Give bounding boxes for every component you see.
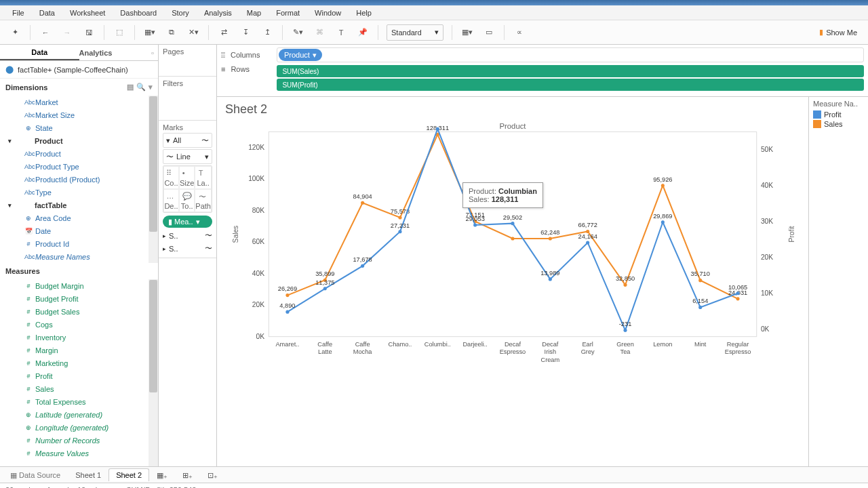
new-story-icon[interactable]: ⊡₊ [200, 468, 225, 482]
field-number-of-records[interactable]: #Number of Records [0, 434, 158, 447]
measure-names-pill[interactable]: ▮Mea..▾ [163, 216, 212, 228]
sheet-title[interactable]: Sheet 2 [225, 102, 800, 117]
mark-path[interactable]: 〜Path [195, 189, 212, 212]
menu-help[interactable]: Help [349, 7, 378, 19]
sort-desc-icon[interactable]: ↥ [258, 23, 277, 42]
field-state[interactable]: ⊕State [0, 121, 158, 134]
field-latitude-generated-[interactable]: ⊕Latitude (generated) [0, 408, 158, 421]
field-measure-values[interactable]: #Measure Values [0, 447, 158, 460]
sum-sales-pill[interactable]: SUM(Sales) [277, 65, 864, 77]
rows-shelf[interactable]: SUM(Sales) SUM(Profit) [277, 65, 864, 91]
menu-analysis[interactable]: Analysis [197, 7, 239, 19]
field-marketing[interactable]: #Marketing [0, 357, 158, 369]
field-area-code[interactable]: ⊕Area Code [0, 211, 158, 224]
svg-point-78 [586, 241, 589, 244]
field-sales[interactable]: #Sales [0, 382, 158, 395]
field-product-id[interactable]: #Product Id [0, 237, 158, 250]
legend-sales[interactable]: Sales [813, 120, 864, 128]
menu-icon[interactable]: ▾ [149, 83, 153, 92]
field-productid-product-[interactable]: AbcProductId (Product) [0, 173, 158, 186]
tab-datasource[interactable]: ▦ Data Source [3, 468, 68, 482]
share-icon[interactable]: ∝ [510, 23, 529, 42]
tab-sheet1[interactable]: Sheet 1 [68, 468, 108, 481]
menu-window[interactable]: Window [308, 7, 348, 19]
tab-analytics[interactable]: Analytics▫ [79, 45, 159, 60]
mark-co..[interactable]: ⠿Co.. [163, 166, 179, 189]
field-type[interactable]: AbcType [0, 186, 158, 199]
clear-icon[interactable]: ✕▾ [184, 23, 203, 42]
field-measure-names[interactable]: AbcMeasure Names [0, 250, 158, 263]
svg-point-50 [511, 237, 514, 240]
presentation-icon[interactable]: ▭ [479, 23, 498, 42]
tab-data[interactable]: Data [0, 45, 79, 60]
fit-dropdown[interactable]: Standard▾ [387, 24, 443, 41]
duplicate-icon[interactable]: ⧉ [162, 23, 181, 42]
menu-bar[interactable]: FileDataWorksheetDashboardStoryAnalysisM… [0, 5, 868, 20]
field-product[interactable]: Product [0, 134, 158, 147]
field-date[interactable]: 📅Date [0, 224, 158, 237]
field-budget-margin[interactable]: #Budget Margin [0, 279, 158, 292]
field-profit[interactable]: #Profit [0, 369, 158, 382]
filters-shelf[interactable]: Filters [163, 79, 212, 87]
field-budget-profit[interactable]: #Budget Profit [0, 292, 158, 305]
mark-type-dropdown[interactable]: 〜Line▾ [163, 149, 212, 164]
field-longitude-generated-[interactable]: ⊕Longitude (generated) [0, 421, 158, 434]
menu-format[interactable]: Format [269, 7, 307, 19]
menu-dashboard[interactable]: Dashboard [113, 7, 163, 19]
menu-worksheet[interactable]: Worksheet [63, 7, 112, 19]
show-me-button[interactable]: ▮Show Me [814, 25, 863, 39]
save-icon[interactable]: 🖫 [79, 23, 98, 42]
svg-point-61 [736, 297, 739, 300]
forward-icon[interactable]: → [58, 23, 77, 42]
field-market[interactable]: AbcMarket [0, 96, 158, 108]
datasource-row[interactable]: ⬤ factTable+ (Sample-CoffeeChain) [0, 61, 158, 79]
sort-asc-icon[interactable]: ↧ [236, 23, 255, 42]
product-pill[interactable]: Product▾ [279, 49, 322, 61]
menu-data[interactable]: Data [33, 7, 62, 19]
field-product[interactable]: AbcProduct [0, 147, 158, 160]
mark-de..[interactable]: …De.. [163, 189, 179, 212]
back-icon[interactable]: ← [36, 23, 55, 42]
svg-text:Mint: Mint [694, 341, 707, 348]
mark-size[interactable]: •Size [179, 166, 195, 189]
view-cards-icon[interactable]: ▦▾ [458, 23, 477, 42]
field-cogs[interactable]: #Cogs [0, 318, 158, 331]
menu-file[interactable]: File [5, 7, 31, 19]
columns-shelf-label: Columns [231, 51, 271, 59]
search-icon[interactable]: 🔍 [136, 83, 146, 92]
marks-all-row[interactable]: ▾All〜 [163, 133, 212, 148]
sum-profit-pill[interactable]: SUM(Profit) [277, 79, 864, 91]
field-total-expenses[interactable]: #Total Expenses [0, 395, 158, 408]
field-budget-sales[interactable]: #Budget Sales [0, 305, 158, 318]
swap-icon[interactable]: ⇄ [214, 23, 233, 42]
field-facttable[interactable]: factTable [0, 199, 158, 211]
svg-text:Cream: Cream [540, 357, 559, 363]
tableau-logo-icon[interactable]: ✦ [5, 23, 24, 42]
new-worksheet-icon[interactable]: ▦▾ [140, 23, 159, 42]
field-market-size[interactable]: AbcMarket Size [0, 108, 158, 121]
field-inventory[interactable]: #Inventory [0, 331, 158, 344]
new-worksheet-icon[interactable]: ▦₊ [149, 468, 175, 482]
tab-sheet2[interactable]: Sheet 2 [108, 468, 149, 481]
mark-la..[interactable]: TLa.. [195, 166, 212, 189]
new-dashboard-icon[interactable]: ⊞₊ [175, 468, 200, 482]
new-datasource-icon[interactable]: ⬚ [110, 23, 129, 42]
menu-map[interactable]: Map [240, 7, 268, 19]
marks-sum-profit[interactable]: ▸S..〜 [163, 242, 212, 255]
field-margin[interactable]: #Margin [0, 344, 158, 357]
marks-sum-sales[interactable]: ▸S..〜 [163, 229, 212, 242]
mark-to..[interactable]: 💬To.. [179, 189, 195, 212]
svg-text:40K: 40K [252, 270, 264, 277]
svg-text:Product: Product [500, 122, 527, 130]
view-as-icon[interactable]: ▤ [127, 83, 134, 92]
group-icon[interactable]: ⌘ [310, 23, 329, 42]
columns-shelf[interactable]: Product▾ [277, 47, 864, 62]
pages-shelf[interactable]: Pages [163, 47, 212, 56]
legend-profit[interactable]: Profit [813, 110, 864, 119]
highlight-icon[interactable]: ✎▾ [288, 23, 307, 42]
menu-story[interactable]: Story [165, 7, 196, 19]
labels-icon[interactable]: T [332, 23, 351, 42]
pin-icon[interactable]: 📌 [353, 23, 372, 42]
field-product-type[interactable]: AbcProduct Type [0, 160, 158, 173]
visualization[interactable]: Sheet 2 0K20K40K60K80K100K120K0K10K20K30… [217, 97, 808, 466]
